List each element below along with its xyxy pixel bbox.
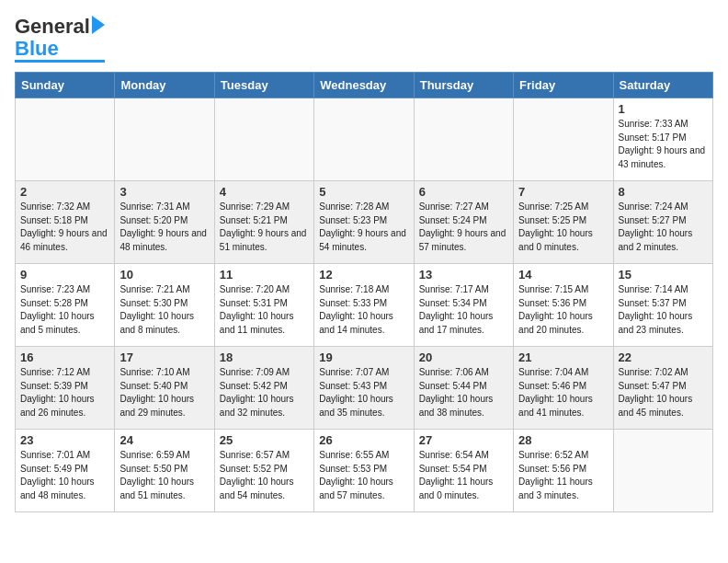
calendar-cell: 7Sunrise: 7:25 AM Sunset: 5:25 PM Daylig… [514,181,613,264]
day-number: 26 [319,433,408,447]
day-number: 18 [220,350,309,364]
calendar-cell: 8Sunrise: 7:24 AM Sunset: 5:27 PM Daylig… [613,181,712,264]
calendar-cell: 9Sunrise: 7:23 AM Sunset: 5:28 PM Daylig… [16,264,115,347]
logo-general: General [15,15,90,39]
col-header-sunday: Sunday [16,73,115,98]
calendar-cell: 15Sunrise: 7:14 AM Sunset: 5:37 PM Dayli… [613,264,712,347]
day-info: Sunrise: 7:23 AM Sunset: 5:28 PM Dayligh… [20,283,109,337]
day-number: 16 [20,350,109,364]
day-info: Sunrise: 6:57 AM Sunset: 5:52 PM Dayligh… [220,449,309,502]
day-number: 25 [220,433,309,447]
day-info: Sunrise: 7:09 AM Sunset: 5:42 PM Dayligh… [220,366,309,419]
logo-blue: Blue [15,39,59,59]
day-number: 22 [619,350,708,364]
day-number: 3 [119,185,209,199]
calendar-cell [414,98,513,181]
calendar-cell: 21Sunrise: 7:04 AM Sunset: 5:46 PM Dayli… [514,347,613,430]
day-number: 5 [319,185,408,199]
col-header-wednesday: Wednesday [314,73,414,98]
day-number: 17 [119,350,209,364]
day-number: 28 [518,433,608,447]
logo-arrow-icon [92,16,105,34]
day-number: 10 [119,268,209,282]
calendar-cell: 10Sunrise: 7:21 AM Sunset: 5:30 PM Dayli… [115,264,214,347]
day-number: 6 [419,185,508,199]
day-info: Sunrise: 6:55 AM Sunset: 5:53 PM Dayligh… [319,449,408,502]
day-number: 9 [20,268,109,282]
calendar-cell: 12Sunrise: 7:18 AM Sunset: 5:33 PM Dayli… [314,264,414,347]
day-number: 20 [419,350,508,364]
calendar-cell: 2Sunrise: 7:32 AM Sunset: 5:18 PM Daylig… [16,181,115,264]
day-info: Sunrise: 7:21 AM Sunset: 5:30 PM Dayligh… [119,283,209,337]
day-info: Sunrise: 7:18 AM Sunset: 5:33 PM Dayligh… [319,283,408,337]
day-info: Sunrise: 7:14 AM Sunset: 5:37 PM Dayligh… [619,283,708,337]
calendar-header-row: SundayMondayTuesdayWednesdayThursdayFrid… [16,73,713,98]
day-number: 7 [518,185,608,199]
calendar-cell: 23Sunrise: 7:01 AM Sunset: 5:49 PM Dayli… [16,430,115,512]
col-header-thursday: Thursday [414,73,513,98]
day-info: Sunrise: 7:10 AM Sunset: 5:40 PM Dayligh… [119,366,209,419]
day-number: 15 [619,268,708,282]
calendar-cell [514,98,613,181]
day-info: Sunrise: 7:02 AM Sunset: 5:47 PM Dayligh… [619,366,708,419]
calendar-cell: 17Sunrise: 7:10 AM Sunset: 5:40 PM Dayli… [115,347,214,430]
calendar-week-row: 16Sunrise: 7:12 AM Sunset: 5:39 PM Dayli… [16,347,713,430]
day-info: Sunrise: 6:52 AM Sunset: 5:56 PM Dayligh… [518,449,608,502]
day-number: 2 [20,185,109,199]
calendar-cell [214,98,313,181]
calendar-week-row: 23Sunrise: 7:01 AM Sunset: 5:49 PM Dayli… [16,430,713,512]
calendar-week-row: 2Sunrise: 7:32 AM Sunset: 5:18 PM Daylig… [16,181,713,264]
day-info: Sunrise: 7:12 AM Sunset: 5:39 PM Dayligh… [20,366,109,419]
day-info: Sunrise: 7:28 AM Sunset: 5:23 PM Dayligh… [319,201,408,254]
day-info: Sunrise: 6:54 AM Sunset: 5:54 PM Dayligh… [419,449,508,502]
calendar-cell: 6Sunrise: 7:27 AM Sunset: 5:24 PM Daylig… [414,181,513,264]
logo: General Blue [15,15,105,63]
calendar-cell: 26Sunrise: 6:55 AM Sunset: 5:53 PM Dayli… [314,430,414,512]
col-header-saturday: Saturday [613,73,712,98]
day-info: Sunrise: 7:20 AM Sunset: 5:31 PM Dayligh… [220,283,309,337]
calendar-cell: 11Sunrise: 7:20 AM Sunset: 5:31 PM Dayli… [214,264,313,347]
calendar-cell: 25Sunrise: 6:57 AM Sunset: 5:52 PM Dayli… [214,430,313,512]
calendar-cell [16,98,115,181]
logo-underline [15,60,105,63]
day-info: Sunrise: 7:24 AM Sunset: 5:27 PM Dayligh… [619,201,708,254]
day-number: 23 [20,433,109,447]
day-info: Sunrise: 7:07 AM Sunset: 5:43 PM Dayligh… [319,366,408,419]
day-info: Sunrise: 7:15 AM Sunset: 5:36 PM Dayligh… [518,283,608,337]
calendar-cell: 13Sunrise: 7:17 AM Sunset: 5:34 PM Dayli… [414,264,513,347]
calendar-cell: 5Sunrise: 7:28 AM Sunset: 5:23 PM Daylig… [314,181,414,264]
day-info: Sunrise: 7:04 AM Sunset: 5:46 PM Dayligh… [518,366,608,419]
calendar-cell: 4Sunrise: 7:29 AM Sunset: 5:21 PM Daylig… [214,181,313,264]
calendar-cell [314,98,414,181]
calendar-cell: 27Sunrise: 6:54 AM Sunset: 5:54 PM Dayli… [414,430,513,512]
page-header: General Blue [15,15,713,63]
day-number: 4 [220,185,309,199]
calendar-cell: 14Sunrise: 7:15 AM Sunset: 5:36 PM Dayli… [514,264,613,347]
calendar-cell: 19Sunrise: 7:07 AM Sunset: 5:43 PM Dayli… [314,347,414,430]
day-number: 24 [119,433,209,447]
day-info: Sunrise: 7:33 AM Sunset: 5:17 PM Dayligh… [619,118,708,171]
day-info: Sunrise: 7:01 AM Sunset: 5:49 PM Dayligh… [20,449,109,502]
col-header-monday: Monday [115,73,214,98]
day-info: Sunrise: 7:27 AM Sunset: 5:24 PM Dayligh… [419,201,508,254]
day-number: 19 [319,350,408,364]
calendar-cell [613,430,712,512]
calendar-cell: 20Sunrise: 7:06 AM Sunset: 5:44 PM Dayli… [414,347,513,430]
day-number: 14 [518,268,608,282]
calendar-cell [115,98,214,181]
day-number: 27 [419,433,508,447]
calendar-week-row: 9Sunrise: 7:23 AM Sunset: 5:28 PM Daylig… [16,264,713,347]
day-info: Sunrise: 6:59 AM Sunset: 5:50 PM Dayligh… [119,449,209,502]
day-info: Sunrise: 7:31 AM Sunset: 5:20 PM Dayligh… [119,201,209,254]
day-number: 11 [220,268,309,282]
day-info: Sunrise: 7:29 AM Sunset: 5:21 PM Dayligh… [220,201,309,254]
day-info: Sunrise: 7:25 AM Sunset: 5:25 PM Dayligh… [518,201,608,254]
calendar-cell: 28Sunrise: 6:52 AM Sunset: 5:56 PM Dayli… [514,430,613,512]
calendar-table: SundayMondayTuesdayWednesdayThursdayFrid… [15,72,713,512]
col-header-tuesday: Tuesday [214,73,313,98]
calendar-cell: 1Sunrise: 7:33 AM Sunset: 5:17 PM Daylig… [613,98,712,181]
day-number: 13 [419,268,508,282]
col-header-friday: Friday [514,73,613,98]
calendar-cell: 3Sunrise: 7:31 AM Sunset: 5:20 PM Daylig… [115,181,214,264]
day-info: Sunrise: 7:32 AM Sunset: 5:18 PM Dayligh… [20,201,109,254]
